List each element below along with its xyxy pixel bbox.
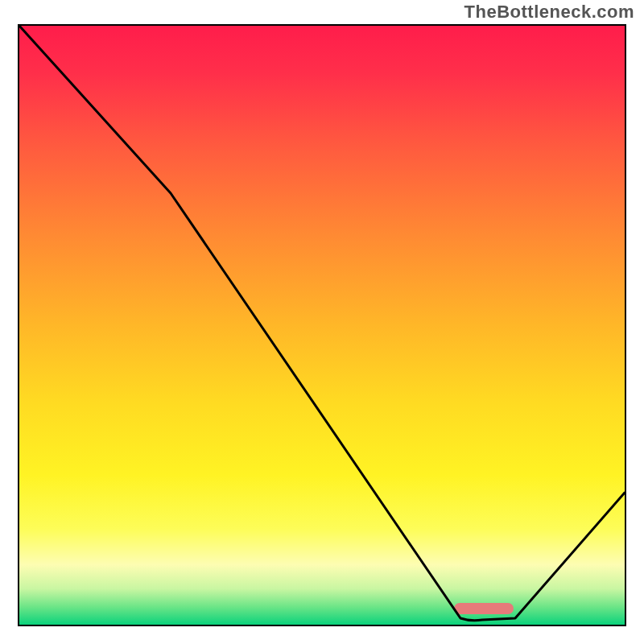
- optimal-range-marker: [454, 603, 514, 614]
- watermark-text: TheBottleneck.com: [464, 2, 634, 23]
- plot-area: [18, 24, 626, 626]
- svg-rect-0: [19, 26, 625, 625]
- chart-container: TheBottleneck.com: [0, 0, 644, 644]
- background-gradient: [19, 26, 625, 625]
